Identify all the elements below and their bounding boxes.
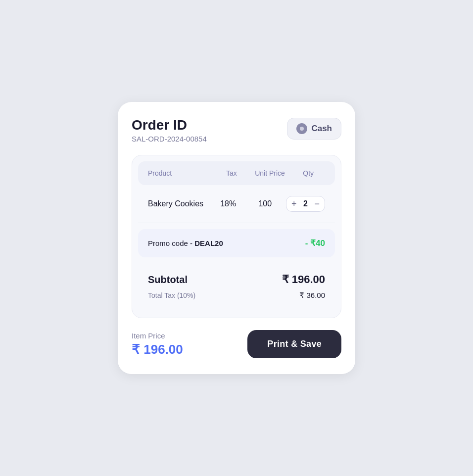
subtotal-value: ₹ 196.00 (282, 273, 325, 286)
subtotal-label: Subtotal (148, 274, 188, 286)
item-price-label: Item Price (132, 332, 183, 340)
cash-icon (296, 123, 307, 134)
card-footer: Item Price ₹ 196.00 Print & Save (118, 318, 355, 374)
order-info: Order ID SAL-ORD-2024-00854 (132, 118, 207, 143)
totals-section: Subtotal ₹ 196.00 Total Tax (10%) ₹ 36.0… (138, 263, 335, 312)
qty-decrease-button[interactable]: − (314, 199, 320, 208)
qty-increase-button[interactable]: + (291, 199, 297, 208)
col-tax: Tax (215, 169, 248, 177)
product-unit-price: 100 (244, 199, 286, 208)
product-tax: 18% (212, 199, 244, 208)
qty-value: 2 (301, 199, 309, 208)
product-name: Bakery Cookies (148, 199, 212, 208)
tax-row: Total Tax (10%) ₹ 36.00 (148, 291, 325, 300)
promo-code-label: Promo code - DEAL20 (148, 239, 223, 247)
table-header: Product Tax Unit Price Qty (138, 161, 335, 185)
qty-stepper[interactable]: + 2 − (286, 196, 325, 212)
item-price-section: Item Price ₹ 196.00 (132, 332, 183, 357)
item-price-value: ₹ 196.00 (132, 342, 183, 357)
print-save-button[interactable]: Print & Save (247, 330, 341, 358)
col-unit-price: Unit Price (248, 169, 292, 177)
payment-method-label: Cash (311, 124, 332, 134)
table-row: Bakery Cookies 18% 100 + 2 − (138, 185, 335, 223)
card-header: Order ID SAL-ORD-2024-00854 Cash (132, 118, 341, 143)
tax-value: ₹ 36.00 (299, 291, 325, 300)
promo-code-value: DEAL20 (194, 239, 223, 247)
col-qty: Qty (291, 169, 325, 177)
order-title: Order ID (132, 118, 207, 133)
promo-code-row: Promo code - DEAL20 - ₹40 (138, 229, 335, 257)
order-id: SAL-ORD-2024-00854 (132, 135, 207, 143)
order-content-box: Product Tax Unit Price Qty Bakery Cookie… (132, 155, 341, 318)
promo-discount: - ₹40 (305, 238, 325, 248)
order-card: Order ID SAL-ORD-2024-00854 Cash Product… (118, 102, 355, 375)
col-product: Product (148, 169, 215, 177)
subtotal-row: Subtotal ₹ 196.00 (148, 273, 325, 286)
payment-method-badge[interactable]: Cash (287, 118, 341, 140)
tax-label: Total Tax (10%) (148, 291, 195, 299)
